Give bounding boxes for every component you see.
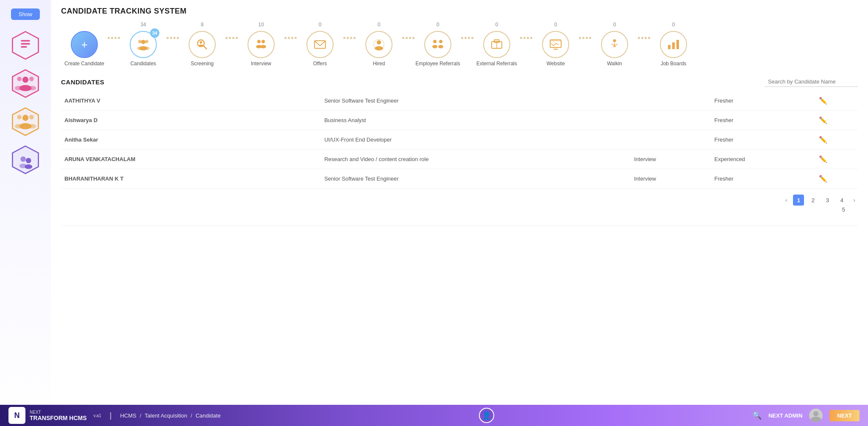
- pipeline-step-website[interactable]: 0 Website: [532, 22, 579, 67]
- svg-marker-4: [12, 70, 38, 97]
- candidate-name[interactable]: Anitha Sekar: [61, 130, 321, 150]
- svg-rect-53: [672, 42, 675, 49]
- sidebar-icon-team-orange[interactable]: [10, 106, 41, 137]
- svg-point-43: [432, 45, 437, 48]
- svg-point-44: [438, 45, 443, 48]
- svg-point-22: [25, 164, 32, 169]
- page-1[interactable]: 1: [793, 195, 804, 206]
- pipeline-step-interview[interactable]: 10 Interview: [238, 22, 284, 67]
- pipeline-step-hired[interactable]: 0 Hired: [356, 22, 402, 67]
- website-count: 0: [554, 22, 557, 29]
- svg-point-10: [28, 86, 36, 90]
- candidate-stage: [631, 111, 711, 130]
- svg-point-27: [137, 47, 142, 50]
- svg-rect-1: [21, 40, 30, 42]
- candidate-experience: Fresher: [711, 130, 815, 150]
- candidate-name[interactable]: AATHITHYA V: [61, 91, 321, 111]
- page-2[interactable]: 2: [807, 195, 818, 206]
- interview-count: 10: [258, 22, 264, 29]
- svg-point-24: [138, 40, 142, 43]
- sidebar-icon-team-purple[interactable]: [10, 145, 41, 175]
- svg-point-5: [22, 77, 28, 83]
- show-button[interactable]: Show: [11, 8, 40, 20]
- candidate-role: Senior Software Test Engineer: [321, 169, 631, 189]
- table-row: Anitha Sekar UI/UX-Front End Developer F…: [61, 130, 858, 150]
- svg-point-7: [29, 77, 34, 81]
- create-circle[interactable]: +: [71, 31, 98, 58]
- svg-point-51: [613, 39, 616, 42]
- pipeline-step-offers[interactable]: 0 Offers: [297, 22, 343, 67]
- svg-point-20: [26, 158, 31, 164]
- svg-rect-3: [21, 46, 27, 48]
- emp-ref-label: Employee Referrals: [415, 61, 460, 67]
- pipeline-step-job-boards[interactable]: 0 Job Boards: [650, 22, 697, 67]
- pipeline-step-walkin[interactable]: 0 Walkin: [591, 22, 638, 67]
- pipeline-step-create[interactable]: + Create Candidate: [61, 22, 108, 67]
- sidebar: Show: [0, 0, 51, 405]
- svg-rect-49: [550, 40, 561, 42]
- candidate-role: Business Analyst: [321, 111, 631, 130]
- candidate-name[interactable]: ARUNA VENKATACHALAM: [61, 150, 321, 169]
- edit-icon[interactable]: ✏️: [819, 156, 827, 163]
- svg-point-16: [15, 124, 22, 128]
- svg-point-17: [28, 124, 36, 128]
- pipeline-step-candidates[interactable]: 34 34 Candidates: [120, 22, 167, 67]
- sidebar-icon-team-pink[interactable]: [10, 68, 41, 99]
- walkin-label: Walkin: [607, 61, 622, 67]
- candidate-experience: Experienced: [711, 150, 815, 169]
- pipeline-step-employee-referrals[interactable]: 0 Employee Referrals: [415, 22, 461, 67]
- svg-point-38: [377, 40, 381, 45]
- edit-icon[interactable]: ✏️: [819, 117, 827, 124]
- edit-icon[interactable]: ✏️: [819, 175, 827, 182]
- edit-icon[interactable]: ✏️: [819, 97, 827, 104]
- svg-marker-0: [12, 32, 38, 59]
- svg-marker-11: [12, 108, 38, 136]
- svg-line-30: [203, 46, 207, 49]
- table-row: BHARANITHARAN K T Senior Software Test E…: [61, 169, 858, 189]
- candidate-experience: Fresher: [711, 91, 815, 111]
- svg-point-28: [145, 47, 150, 50]
- prev-page-arrow[interactable]: ‹: [783, 196, 790, 204]
- job-boards-circle: [660, 31, 687, 58]
- candidate-experience: Fresher: [711, 169, 815, 189]
- svg-point-23: [141, 40, 145, 44]
- dots-8: [520, 22, 532, 39]
- table-row: Aishwarya D Business Analyst Fresher ✏️: [61, 111, 858, 130]
- candidate-name[interactable]: Aishwarya D: [61, 111, 321, 130]
- dots-7: [461, 22, 473, 39]
- candidate-role: UI/UX-Front End Developer: [321, 130, 631, 150]
- emp-ref-count: 0: [437, 22, 440, 29]
- screening-count: 8: [201, 22, 204, 29]
- sidebar-icon-document[interactable]: [10, 30, 41, 61]
- svg-point-13: [17, 115, 22, 120]
- candidate-experience: Fresher: [711, 111, 815, 130]
- candidates-title: CANDIDATES: [61, 78, 104, 86]
- job-boards-label: Job Boards: [661, 61, 687, 67]
- svg-point-32: [198, 45, 203, 47]
- svg-rect-54: [676, 40, 679, 49]
- edit-icon[interactable]: ✏️: [819, 136, 827, 143]
- page-4[interactable]: 4: [836, 195, 847, 206]
- main-content: CANDIDATE TRACKING SYSTEM + Create Candi…: [51, 0, 868, 405]
- pipeline-step-external-referrals[interactable]: 0 External Referrals: [473, 22, 520, 67]
- candidate-name[interactable]: BHARANITHARAN K T: [61, 169, 321, 189]
- candidate-stage: [631, 130, 711, 150]
- emp-ref-circle: [424, 31, 451, 58]
- screening-label: Screening: [191, 61, 214, 67]
- website-label: Website: [546, 61, 565, 67]
- hired-count: 0: [378, 22, 381, 29]
- hired-circle: [365, 31, 392, 58]
- pipeline: + Create Candidate 34 34 Candidates 8 Sc…: [61, 22, 858, 67]
- page-5[interactable]: 5: [842, 206, 858, 213]
- svg-point-12: [22, 115, 28, 121]
- svg-point-34: [262, 40, 265, 43]
- next-page-arrow[interactable]: ›: [851, 196, 858, 204]
- walkin-count: 0: [613, 22, 616, 29]
- search-input[interactable]: [765, 77, 858, 87]
- pipeline-step-screening[interactable]: 8 Screening: [179, 22, 225, 67]
- candidate-stage: Interview: [631, 169, 711, 189]
- screening-circle: [189, 31, 216, 58]
- section-divider: [61, 226, 858, 226]
- page-3[interactable]: 3: [822, 195, 833, 206]
- create-count: [83, 22, 85, 29]
